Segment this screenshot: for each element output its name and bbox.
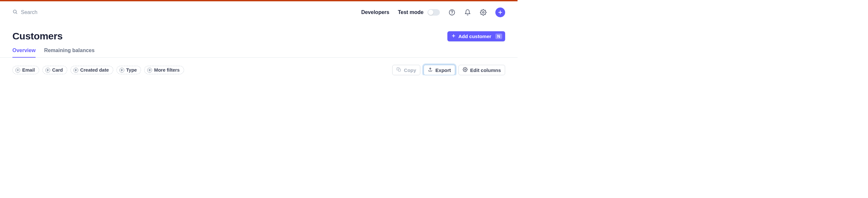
add-customer-label: Add customer: [459, 34, 491, 39]
test-mode-label: Test mode: [398, 9, 424, 15]
gear-icon: [463, 67, 468, 73]
page-title: Customers: [12, 31, 63, 42]
test-mode-group: Test mode: [398, 9, 440, 15]
search-icon: [12, 9, 18, 15]
plus-circle-icon: [16, 68, 20, 73]
copy-button: Copy: [392, 65, 421, 75]
add-customer-button[interactable]: Add customer N: [447, 31, 505, 41]
plus-circle-icon: [45, 68, 50, 73]
filter-email[interactable]: Email: [12, 66, 39, 74]
filter-card[interactable]: Card: [42, 66, 67, 74]
settings-icon[interactable]: [480, 9, 487, 16]
tabs: Overview Remaining balances: [0, 42, 518, 57]
tab-overview[interactable]: Overview: [12, 47, 36, 57]
export-icon: [428, 67, 433, 73]
help-icon[interactable]: [448, 9, 456, 16]
edit-columns-button[interactable]: Edit columns: [459, 65, 505, 75]
filter-type[interactable]: Type: [117, 66, 141, 74]
plus-circle-icon: [119, 68, 124, 73]
search-input[interactable]: Search: [12, 9, 37, 15]
svg-line-1: [16, 13, 17, 14]
add-customer-shortcut: N: [495, 34, 502, 39]
developers-link[interactable]: Developers: [361, 9, 389, 15]
export-button[interactable]: Export: [424, 65, 455, 75]
svg-point-4: [483, 12, 484, 13]
plus-circle-icon: [73, 68, 78, 73]
plus-circle-icon: [147, 68, 152, 73]
header-actions: Developers Test mode: [361, 7, 505, 17]
svg-rect-9: [398, 69, 400, 71]
filter-toolbar: Email Card Created date Type More filter…: [0, 57, 518, 75]
notifications-icon[interactable]: [464, 9, 471, 16]
plus-icon: [451, 34, 456, 39]
svg-point-11: [464, 69, 466, 70]
filter-more[interactable]: More filters: [144, 66, 184, 74]
create-fab[interactable]: [495, 7, 505, 17]
filter-created-date[interactable]: Created date: [70, 66, 113, 74]
test-mode-toggle[interactable]: [428, 9, 440, 15]
page-header: Customers Add customer N: [0, 19, 518, 42]
tab-remaining-balances[interactable]: Remaining balances: [44, 47, 95, 57]
copy-icon: [397, 67, 401, 73]
search-placeholder: Search: [21, 9, 37, 15]
app-header: Search Developers Test mode: [0, 1, 518, 19]
